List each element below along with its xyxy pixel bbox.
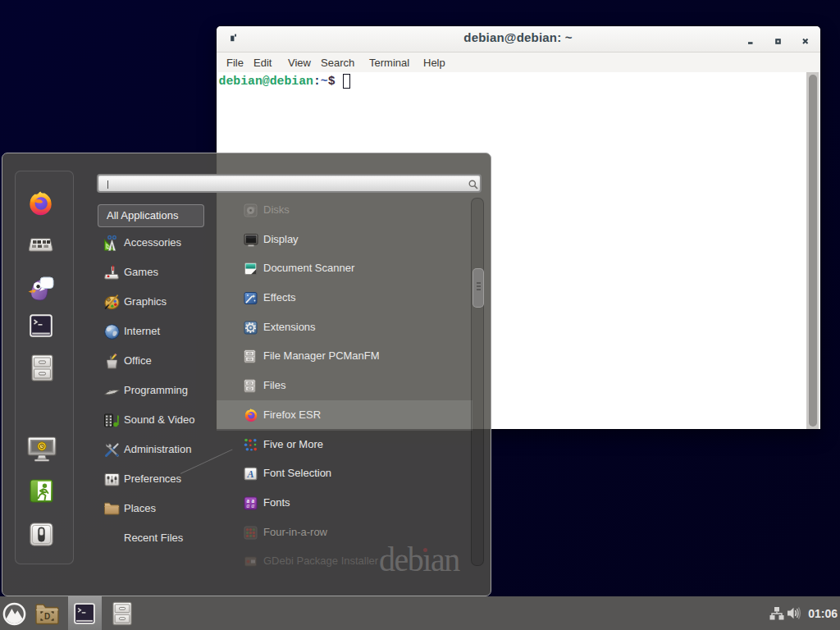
svg-text:a: a	[246, 503, 249, 509]
svg-text:A: A	[246, 468, 253, 480]
svg-text:a: a	[251, 503, 254, 509]
svg-text:D: D	[44, 612, 50, 621]
